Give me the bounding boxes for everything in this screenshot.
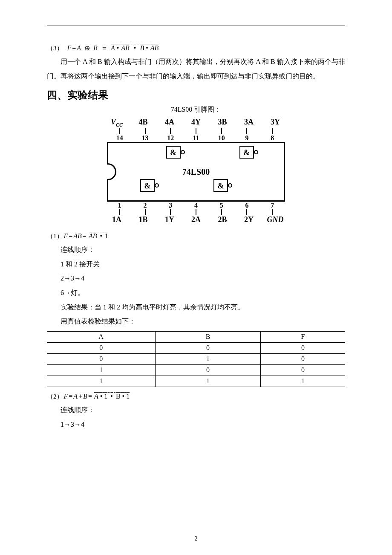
top-rule — [47, 26, 345, 26]
pin-label-4y: 4Y — [183, 118, 209, 128]
sub-1: （1） F = AB = AB • 1 连线顺序： 1 和 2 接开关 2→3→… — [47, 232, 345, 387]
pin-label-vcc: VCC — [104, 118, 130, 128]
sub1-check: 用真值表检验结果如下： — [61, 314, 345, 329]
f3-eq1: = — [72, 44, 76, 52]
table-row: 010 — [47, 353, 345, 364]
pinout-bot-ticks — [107, 209, 285, 215]
chip-name: 74LS00 — [182, 167, 210, 176]
f3-F: F — [67, 44, 72, 52]
gate-bubble — [254, 150, 258, 154]
table-row: 000 — [47, 342, 345, 353]
pin-label-3a: 3A — [236, 118, 262, 128]
gate-bubble — [228, 183, 232, 188]
pin-label-4a: 4A — [156, 118, 183, 128]
chip-notch — [107, 163, 116, 180]
pinout-bot-nums: 1 2 3 4 5 6 7 — [107, 202, 285, 209]
f3-B: B — [93, 44, 98, 52]
sub1-l1: 1 和 2 接开关 — [61, 257, 345, 272]
gate-1: & — [133, 179, 171, 192]
pin-label-3b: 3B — [209, 118, 236, 128]
truth-table-1: A B F 000 010 100 111 — [47, 331, 345, 387]
gate-row-bot: & & — [122, 179, 280, 198]
pinout-top-ticks — [107, 128, 285, 134]
formula-2: （2） F = A + B = A • 1 • B • 1 — [47, 391, 345, 400]
section-heading: 四、实验结果 — [47, 88, 345, 102]
sub1-l3: 6→灯。 — [61, 286, 345, 300]
f3-outer-bar: A • AB • B • AB — [109, 43, 161, 52]
gate-bubble — [181, 150, 185, 154]
pinout-bot-labels: 1A 1B 1Y 2A 2B 2Y GND — [104, 215, 288, 224]
pinout-top-labels: VCC 4B 4A 4Y 3B 3A 3Y — [104, 118, 288, 128]
sub2-seq-label: 连线顺序： — [61, 403, 345, 417]
chip-body: 74LS00 & & & & — [107, 142, 285, 202]
table-row: 100 — [47, 364, 345, 376]
gate-4: & — [159, 146, 197, 159]
sub1-result: 实验结果：当 1 和 2 均为高电平时灯亮，其余情况灯均不亮。 — [61, 300, 345, 315]
f3-eq2: ＝ — [101, 44, 108, 52]
sub2-l1: 1→3→4 — [61, 417, 345, 432]
pinout-caption: 74LS00 引脚图： — [47, 105, 345, 114]
page-number: 2 — [0, 535, 392, 542]
formula-3-prefix: （3） — [47, 44, 63, 52]
f3-xor: ⊕ — [84, 44, 90, 52]
pin-label-3y: 3Y — [262, 118, 288, 128]
f1-outer-bar: AB • 1 — [87, 232, 109, 240]
f3-term1-bar: A • AB — [110, 44, 131, 52]
gate-row-top: & & — [122, 146, 280, 165]
sub1-seq-label: 连线顺序： — [61, 243, 345, 257]
gate-bubble — [155, 183, 159, 188]
formula-1: （1） F = AB = AB • 1 — [47, 232, 345, 240]
f3-A: A — [77, 44, 81, 52]
gate-2: & — [206, 179, 244, 192]
sub-2: （2） F = A + B = A • 1 • B • 1 连线顺序： 1→3→… — [47, 391, 345, 431]
table-row: 111 — [47, 376, 345, 387]
formula-3: （3） F = A ⊕ B ＝ A • AB • B • AB — [47, 43, 345, 52]
f3-term2-bar: B • AB — [139, 44, 160, 52]
gate-3: & — [232, 146, 270, 159]
table-row: A B F — [47, 331, 345, 342]
para-1: 用一个 A 和 B 输入构成与非门（用两次）将其输出，分别再次将 A 和 B 输… — [47, 55, 345, 83]
sub1-l2: 2→3→4 — [61, 271, 345, 286]
f2-outer-bar: A • 1 • B • 1 — [93, 391, 131, 400]
pinout-diagram: VCC 4B 4A 4Y 3B 3A 3Y 14 13 12 11 10 9 8… — [47, 118, 345, 224]
pinout-top-nums: 14 13 12 11 10 9 8 — [107, 134, 285, 142]
pin-label-4b: 4B — [130, 118, 156, 128]
